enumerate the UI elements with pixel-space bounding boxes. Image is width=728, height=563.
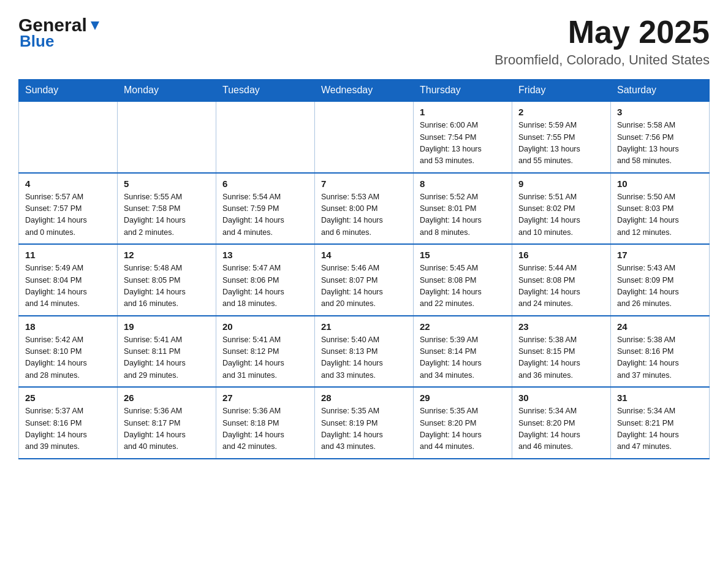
day-number: 26	[124, 393, 210, 403]
day-info: Sunrise: 5:59 AM Sunset: 7:55 PM Dayligh…	[518, 120, 604, 167]
calendar-cell: 11Sunrise: 5:49 AM Sunset: 8:04 PM Dayli…	[19, 244, 118, 316]
logo: General Blue	[18, 15, 102, 51]
day-info: Sunrise: 6:00 AM Sunset: 7:54 PM Dayligh…	[420, 120, 506, 167]
col-header-tuesday: Tuesday	[216, 80, 315, 102]
day-info: Sunrise: 5:41 AM Sunset: 8:12 PM Dayligh…	[222, 334, 308, 382]
calendar-cell: 20Sunrise: 5:41 AM Sunset: 8:12 PM Dayli…	[216, 316, 315, 388]
month-title: May 2025	[495, 15, 710, 50]
location-title: Broomfield, Colorado, United States	[495, 52, 710, 68]
day-info: Sunrise: 5:37 AM Sunset: 8:16 PM Dayligh…	[25, 405, 111, 453]
calendar-cell: 16Sunrise: 5:44 AM Sunset: 8:08 PM Dayli…	[512, 244, 611, 316]
calendar-cell: 31Sunrise: 5:34 AM Sunset: 8:21 PM Dayli…	[611, 387, 710, 459]
day-number: 2	[518, 107, 604, 117]
day-number: 21	[321, 321, 407, 332]
calendar-cell: 14Sunrise: 5:46 AM Sunset: 8:07 PM Dayli…	[315, 244, 414, 316]
day-info: Sunrise: 5:55 AM Sunset: 7:58 PM Dayligh…	[124, 191, 210, 239]
logo-blue: Blue	[20, 32, 54, 51]
col-header-saturday: Saturday	[611, 80, 710, 102]
day-number: 6	[222, 178, 308, 189]
calendar-cell: 30Sunrise: 5:34 AM Sunset: 8:20 PM Dayli…	[512, 387, 611, 459]
day-info: Sunrise: 5:43 AM Sunset: 8:09 PM Dayligh…	[617, 262, 703, 310]
calendar-cell: 5Sunrise: 5:55 AM Sunset: 7:58 PM Daylig…	[118, 173, 216, 245]
calendar-cell: 18Sunrise: 5:42 AM Sunset: 8:10 PM Dayli…	[19, 316, 118, 388]
calendar-cell	[315, 101, 414, 173]
calendar-cell: 25Sunrise: 5:37 AM Sunset: 8:16 PM Dayli…	[19, 387, 118, 459]
day-info: Sunrise: 5:57 AM Sunset: 7:57 PM Dayligh…	[25, 191, 111, 239]
day-info: Sunrise: 5:58 AM Sunset: 7:56 PM Dayligh…	[617, 120, 703, 167]
page-header: General Blue May 2025 Broomfield, Colora…	[18, 15, 710, 68]
day-number: 1	[420, 107, 506, 117]
day-number: 11	[25, 250, 111, 260]
calendar-cell: 2Sunrise: 5:59 AM Sunset: 7:55 PM Daylig…	[512, 101, 611, 173]
col-header-monday: Monday	[118, 80, 216, 102]
day-info: Sunrise: 5:38 AM Sunset: 8:15 PM Dayligh…	[518, 334, 604, 382]
calendar-cell: 4Sunrise: 5:57 AM Sunset: 7:57 PM Daylig…	[19, 173, 118, 245]
day-info: Sunrise: 5:49 AM Sunset: 8:04 PM Dayligh…	[25, 262, 111, 310]
day-info: Sunrise: 5:41 AM Sunset: 8:11 PM Dayligh…	[124, 334, 210, 382]
day-number: 23	[518, 321, 604, 332]
calendar-cell: 27Sunrise: 5:36 AM Sunset: 8:18 PM Dayli…	[216, 387, 315, 459]
day-number: 16	[518, 250, 604, 260]
calendar-cell: 15Sunrise: 5:45 AM Sunset: 8:08 PM Dayli…	[414, 244, 512, 316]
calendar-cell: 21Sunrise: 5:40 AM Sunset: 8:13 PM Dayli…	[315, 316, 414, 388]
day-number: 14	[321, 250, 407, 260]
day-info: Sunrise: 5:48 AM Sunset: 8:05 PM Dayligh…	[124, 262, 210, 310]
calendar-cell: 22Sunrise: 5:39 AM Sunset: 8:14 PM Dayli…	[414, 316, 512, 388]
logo-arrow-icon	[88, 19, 102, 33]
day-info: Sunrise: 5:35 AM Sunset: 8:19 PM Dayligh…	[321, 405, 407, 453]
day-number: 28	[321, 393, 407, 403]
col-header-sunday: Sunday	[19, 80, 118, 102]
day-number: 9	[518, 178, 604, 189]
calendar-week-row: 4Sunrise: 5:57 AM Sunset: 7:57 PM Daylig…	[19, 173, 710, 245]
calendar-cell	[216, 101, 315, 173]
calendar-cell: 6Sunrise: 5:54 AM Sunset: 7:59 PM Daylig…	[216, 173, 315, 245]
day-info: Sunrise: 5:46 AM Sunset: 8:07 PM Dayligh…	[321, 262, 407, 310]
title-area: May 2025 Broomfield, Colorado, United St…	[495, 15, 710, 68]
calendar-cell: 17Sunrise: 5:43 AM Sunset: 8:09 PM Dayli…	[611, 244, 710, 316]
day-number: 22	[420, 321, 506, 332]
day-info: Sunrise: 5:51 AM Sunset: 8:02 PM Dayligh…	[518, 191, 604, 239]
calendar-cell: 9Sunrise: 5:51 AM Sunset: 8:02 PM Daylig…	[512, 173, 611, 245]
calendar-cell: 8Sunrise: 5:52 AM Sunset: 8:01 PM Daylig…	[414, 173, 512, 245]
day-number: 10	[617, 178, 703, 189]
svg-marker-0	[91, 21, 99, 30]
day-number: 12	[124, 250, 210, 260]
calendar-cell	[19, 101, 118, 173]
day-info: Sunrise: 5:42 AM Sunset: 8:10 PM Dayligh…	[25, 334, 111, 382]
calendar-cell: 19Sunrise: 5:41 AM Sunset: 8:11 PM Dayli…	[118, 316, 216, 388]
day-info: Sunrise: 5:53 AM Sunset: 8:00 PM Dayligh…	[321, 191, 407, 239]
day-number: 31	[617, 393, 703, 403]
calendar-week-row: 11Sunrise: 5:49 AM Sunset: 8:04 PM Dayli…	[19, 244, 710, 316]
calendar-cell: 12Sunrise: 5:48 AM Sunset: 8:05 PM Dayli…	[118, 244, 216, 316]
day-info: Sunrise: 5:54 AM Sunset: 7:59 PM Dayligh…	[222, 191, 308, 239]
calendar-cell	[118, 101, 216, 173]
day-info: Sunrise: 5:47 AM Sunset: 8:06 PM Dayligh…	[222, 262, 308, 310]
calendar-table: SundayMondayTuesdayWednesdayThursdayFrid…	[18, 79, 710, 459]
day-info: Sunrise: 5:52 AM Sunset: 8:01 PM Dayligh…	[420, 191, 506, 239]
col-header-wednesday: Wednesday	[315, 80, 414, 102]
day-info: Sunrise: 5:45 AM Sunset: 8:08 PM Dayligh…	[420, 262, 506, 310]
day-info: Sunrise: 5:34 AM Sunset: 8:21 PM Dayligh…	[617, 405, 703, 453]
day-info: Sunrise: 5:36 AM Sunset: 8:17 PM Dayligh…	[124, 405, 210, 453]
day-number: 30	[518, 393, 604, 403]
day-number: 19	[124, 321, 210, 332]
day-info: Sunrise: 5:39 AM Sunset: 8:14 PM Dayligh…	[420, 334, 506, 382]
day-number: 27	[222, 393, 308, 403]
day-number: 5	[124, 178, 210, 189]
calendar-cell: 3Sunrise: 5:58 AM Sunset: 7:56 PM Daylig…	[611, 101, 710, 173]
day-info: Sunrise: 5:36 AM Sunset: 8:18 PM Dayligh…	[222, 405, 308, 453]
calendar-week-row: 1Sunrise: 6:00 AM Sunset: 7:54 PM Daylig…	[19, 101, 710, 173]
day-info: Sunrise: 5:44 AM Sunset: 8:08 PM Dayligh…	[518, 262, 604, 310]
day-number: 25	[25, 393, 111, 403]
calendar-cell: 26Sunrise: 5:36 AM Sunset: 8:17 PM Dayli…	[118, 387, 216, 459]
day-number: 7	[321, 178, 407, 189]
col-header-thursday: Thursday	[414, 80, 512, 102]
day-number: 20	[222, 321, 308, 332]
day-number: 17	[617, 250, 703, 260]
calendar-week-row: 18Sunrise: 5:42 AM Sunset: 8:10 PM Dayli…	[19, 316, 710, 388]
day-info: Sunrise: 5:50 AM Sunset: 8:03 PM Dayligh…	[617, 191, 703, 239]
calendar-week-row: 25Sunrise: 5:37 AM Sunset: 8:16 PM Dayli…	[19, 387, 710, 459]
calendar-cell: 29Sunrise: 5:35 AM Sunset: 8:20 PM Dayli…	[414, 387, 512, 459]
day-number: 8	[420, 178, 506, 189]
col-header-friday: Friday	[512, 80, 611, 102]
